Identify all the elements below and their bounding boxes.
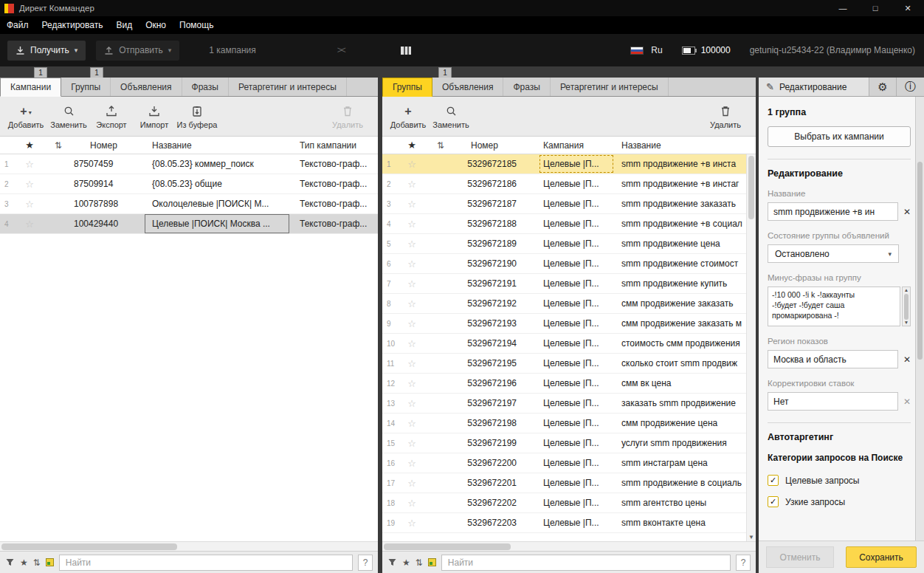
column-header-type[interactable]: Тип кампании	[289, 140, 378, 151]
table-row[interactable]: 16 ☆ 5329672200 Целевые |П... smm инстаг…	[382, 453, 756, 473]
sort-filter-icon[interactable]: ⇅	[33, 557, 41, 568]
tab[interactable]: Группы	[61, 78, 111, 96]
table-row[interactable]: 12 ☆ 5329672196 Целевые |П... смм вк цен…	[382, 374, 756, 394]
sort-filter-icon[interactable]: ⇅	[416, 557, 423, 568]
table-row[interactable]: 7 ☆ 5329672191 Целевые |П... smm продвиж…	[382, 274, 756, 294]
scroll-up-icon[interactable]: ▲	[904, 288, 909, 293]
vertical-scrollbar[interactable]	[915, 97, 924, 541]
tab-editing[interactable]: ✎ Редактирование	[759, 78, 869, 96]
search-input[interactable]	[441, 555, 731, 571]
layout-columns-icon[interactable]	[400, 46, 412, 55]
save-button[interactable]: Сохранить	[846, 546, 917, 568]
table-row[interactable]: 17 ☆ 5329672201 Целевые |П... smm продви…	[382, 473, 756, 493]
star-toggle[interactable]: ☆	[399, 199, 425, 210]
get-button[interactable]: Получить ▾	[7, 41, 86, 61]
account-name[interactable]: getuniq-u25434-22 (Владимир Мащенко)	[750, 45, 915, 55]
filter-funnel-icon[interactable]	[5, 557, 15, 567]
tab[interactable]: Объявления	[111, 78, 182, 96]
table-row[interactable]: 19 ☆ 5329672203 Целевые |П... smm вконта…	[382, 513, 756, 533]
table-row[interactable]: 14 ☆ 5329672198 Целевые |П... смм продви…	[382, 414, 756, 433]
scroll-down-icon[interactable]: ▼	[904, 320, 909, 326]
table-row[interactable]: 1 ☆ 87507459 {08.05.23} коммер_поиск Тек…	[0, 154, 378, 174]
tab[interactable]: Ретаргетинг и интересы	[551, 78, 669, 96]
info-icon[interactable]: ⓘ	[897, 78, 924, 96]
search-input[interactable]	[59, 555, 353, 571]
textarea-scrollbar[interactable]: ▲ ▼	[902, 286, 911, 326]
scrollbar-thumb[interactable]	[904, 294, 909, 320]
clear-icon[interactable]: ✕	[903, 355, 911, 364]
star-column-header[interactable]: ★	[16, 140, 43, 151]
menu-item[interactable]: Вид	[109, 20, 139, 30]
star-toggle[interactable]: ☆	[399, 398, 425, 409]
bid-adjustments-field[interactable]	[768, 392, 898, 411]
star-toggle[interactable]: ☆	[399, 518, 425, 529]
star-toggle[interactable]: ☆	[399, 418, 425, 429]
table-row[interactable]: 3 ☆ 100787898 Околоцелевые |ПОИСК| М... …	[0, 194, 378, 214]
table-row[interactable]: 1 ☆ 5329672185 Целевые |П... smm продвиж…	[382, 154, 756, 174]
star-toggle[interactable]: ☆	[399, 318, 425, 329]
table-row[interactable]: 2 ☆ 5329672186 Целевые |П... smm продвиж…	[382, 174, 756, 194]
help-button[interactable]: ?	[358, 555, 373, 571]
filter-funnel-icon[interactable]	[387, 557, 397, 567]
star-toggle[interactable]: ☆	[399, 458, 425, 469]
table-row[interactable]: 5 ☆ 5329672189 Целевые |П... smm продвиж…	[382, 234, 756, 254]
replace-button[interactable]: Заменить	[430, 105, 472, 129]
star-toggle[interactable]: ☆	[399, 358, 425, 369]
star-toggle[interactable]: ☆	[399, 258, 425, 270]
tab[interactable]: Фразы	[182, 78, 229, 96]
menu-item[interactable]: Файл	[0, 20, 35, 30]
checkbox-checked-icon[interactable]: ✓	[768, 496, 779, 507]
table-row[interactable]: 18 ☆ 5329672202 Целевые |П... smm агентс…	[382, 493, 756, 513]
send-button[interactable]: Отправить ▾	[96, 41, 179, 61]
horizontal-scrollbar[interactable]	[382, 541, 756, 551]
name-field[interactable]	[768, 202, 898, 221]
star-toggle[interactable]: ☆	[399, 219, 425, 230]
checkbox-checked-icon[interactable]: ✓	[768, 475, 779, 486]
clear-icon[interactable]: ✕	[903, 207, 911, 216]
delete-button[interactable]: Удалить	[704, 105, 747, 129]
star-toggle[interactable]: ☆	[399, 278, 425, 289]
tab[interactable]: Ретаргетинг и интересы	[229, 78, 347, 96]
tab[interactable]: Кампании	[0, 78, 61, 97]
add-button[interactable]: + Добавить	[387, 105, 430, 129]
menu-item[interactable]: Помощь	[173, 20, 220, 30]
import-button[interactable]: Импорт	[133, 105, 176, 129]
minus-phrases-field[interactable]: -!10 000 -!i k -!аккаунты -!будет -!буде…	[768, 286, 900, 326]
scrollbar-thumb[interactable]	[384, 543, 511, 550]
tab[interactable]: Объявления	[432, 78, 503, 96]
help-button[interactable]: ?	[736, 555, 751, 571]
gear-icon[interactable]: ⚙	[869, 78, 897, 96]
sort-column-header[interactable]: ⇅	[425, 140, 456, 151]
scrollbar-thumb[interactable]	[748, 156, 754, 219]
export-button[interactable]: Экспорт	[90, 105, 133, 129]
horizontal-scrollbar[interactable]	[0, 541, 378, 551]
star-toggle[interactable]: ☆	[399, 179, 425, 190]
sort-column-header[interactable]: ⇅	[43, 140, 74, 151]
tab[interactable]: Фразы	[503, 78, 550, 96]
delete-button[interactable]: Удалить	[326, 105, 369, 129]
star-toggle[interactable]: ☆	[399, 438, 425, 449]
minimize-button[interactable]: —	[827, 0, 859, 16]
column-header-number[interactable]: Номер	[456, 140, 539, 151]
paste-from-buffer-button[interactable]: Из буфера	[176, 105, 218, 129]
vertical-scrollbar[interactable]: ▼	[746, 154, 756, 541]
star-toggle[interactable]: ☆	[399, 159, 425, 170]
collapse-panels-icon[interactable]: ><	[337, 45, 345, 55]
star-toggle[interactable]: ☆	[399, 239, 425, 250]
menu-item[interactable]: Редактировать	[35, 20, 110, 30]
clear-icon[interactable]: ✕	[903, 397, 911, 406]
star-column-header[interactable]: ★	[399, 140, 425, 151]
color-filter-icon[interactable]	[428, 558, 436, 566]
state-select[interactable]: Остановлено ▾	[768, 244, 899, 263]
table-row[interactable]: 4 ☆ 5329672188 Целевые |П... smm продвиж…	[382, 214, 756, 234]
star-toggle[interactable]: ☆	[399, 478, 425, 489]
table-row[interactable]: 2 ☆ 87509914 {08.05.23} общие Текстово-г…	[0, 174, 378, 194]
star-toggle[interactable]: ☆	[16, 159, 43, 170]
language-selector[interactable]: Ru	[651, 45, 662, 55]
table-row[interactable]: 13 ☆ 5329672197 Целевые |П... заказать s…	[382, 394, 756, 414]
maximize-button[interactable]: □	[859, 0, 892, 16]
close-button[interactable]: ✕	[892, 0, 924, 16]
table-row[interactable]: 15 ☆ 5329672199 Целевые |П... услуги smm…	[382, 433, 756, 453]
star-toggle[interactable]: ☆	[399, 378, 425, 389]
star-toggle[interactable]: ☆	[16, 199, 43, 210]
